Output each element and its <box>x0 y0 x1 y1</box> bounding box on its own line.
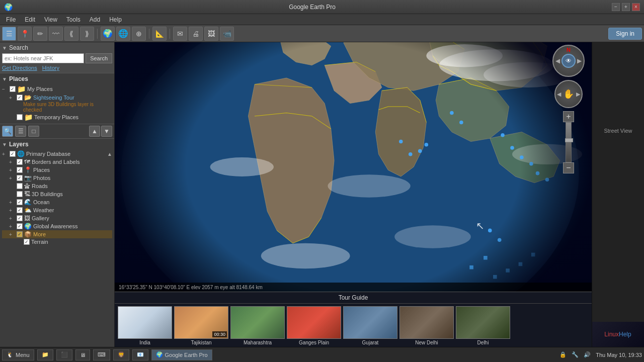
taskbar-browser[interactable]: 🦁 <box>113 349 129 360</box>
map-area[interactable]: ↖ N 👁 ◀ ▶ <box>115 42 592 347</box>
sign-in-button[interactable]: Sign in <box>608 28 642 40</box>
menu-view[interactable]: View <box>40 15 61 24</box>
places-triangle-icon[interactable]: ▼ <box>2 76 7 82</box>
close-button[interactable]: × <box>632 3 640 11</box>
temp-places-checkbox[interactable] <box>17 114 23 120</box>
taskbar-terminal[interactable]: ⬛ <box>56 349 72 360</box>
weather-checkbox[interactable] <box>17 207 23 213</box>
tour-thumb-tajik-img[interactable]: 00:30 <box>174 306 228 339</box>
toolbar-email[interactable]: ✉ <box>173 27 187 41</box>
toolbar-measure[interactable]: 📐 <box>152 27 167 41</box>
my-places-expand[interactable]: − <box>2 86 8 92</box>
layer-blank-btn[interactable]: □ <box>28 126 39 137</box>
toolbar-movie[interactable]: 📹 <box>220 27 234 41</box>
taskbar-filemanager[interactable]: 📁 <box>37 349 53 360</box>
tour-thumb-gujarat[interactable]: Gujarat <box>343 306 397 345</box>
search-input[interactable] <box>2 53 84 63</box>
tour-thumb-gujarat-img[interactable] <box>343 306 397 339</box>
zoom-in-button[interactable]: + <box>563 111 574 122</box>
tour-thumb-india-img[interactable] <box>118 306 172 339</box>
maximize-button[interactable]: + <box>622 3 630 11</box>
zoom-slider[interactable] <box>566 122 572 162</box>
history-link[interactable]: History <box>42 65 59 71</box>
borders-expand[interactable]: + <box>9 159 15 165</box>
terrain-checkbox[interactable] <box>24 239 30 245</box>
layer-list-btn[interactable]: ☰ <box>15 126 26 137</box>
compass-center[interactable]: 👁 <box>561 54 576 68</box>
search-triangle-icon[interactable]: ▼ <box>2 45 7 51</box>
borders-checkbox[interactable] <box>17 159 23 165</box>
photos-expand[interactable]: + <box>9 175 15 181</box>
tour-thumb-maharashtra-img[interactable] <box>230 306 285 339</box>
zoom-thumb[interactable] <box>565 138 573 142</box>
tour-thumb-tajikistan[interactable]: 00:30 Tajikistan <box>174 306 228 345</box>
layers-triangle-icon[interactable]: ▼ <box>2 142 7 147</box>
global-expand[interactable]: + <box>9 224 15 229</box>
taskbar-screen[interactable]: 🖥 <box>75 349 90 360</box>
sightseeing-checkbox[interactable] <box>17 95 23 101</box>
taskbar-email[interactable]: 📧 <box>132 349 148 360</box>
layer-down-btn[interactable]: ▼ <box>101 126 112 137</box>
tilt-right-icon[interactable]: ▶ <box>576 91 580 98</box>
toolbar-record-tour[interactable]: ⟫ <box>80 27 94 41</box>
tour-thumb-delhi[interactable]: Delhi <box>456 306 510 345</box>
sightseeing-expand[interactable]: + <box>9 95 15 101</box>
ocean-expand[interactable]: + <box>9 200 15 205</box>
search-button[interactable]: Search <box>86 53 112 63</box>
toolbar-add-path[interactable]: 〰 <box>49 27 63 41</box>
toolbar-add-overlay[interactable]: ⟪ <box>64 27 78 41</box>
gallery-checkbox[interactable] <box>17 215 23 221</box>
menu-help[interactable]: Help <box>105 15 126 24</box>
toolbar-print[interactable]: 🖨 <box>189 27 203 41</box>
primary-db-checkbox[interactable] <box>10 151 16 157</box>
minimize-button[interactable]: − <box>612 3 620 11</box>
more-checkbox[interactable] <box>17 231 23 237</box>
compass-ring[interactable]: N 👁 ◀ ▶ <box>552 45 585 77</box>
layer-up-btn[interactable]: ▲ <box>89 126 100 137</box>
ocean-checkbox[interactable] <box>17 199 23 205</box>
tour-thumb-india[interactable]: India <box>118 306 172 345</box>
tour-thumb-delhi-img[interactable] <box>456 306 510 339</box>
get-directions-link[interactable]: Get Directions <box>2 65 37 71</box>
layer-search-btn[interactable]: 🔍 <box>2 126 13 137</box>
tour-thumb-newdelhi-img[interactable] <box>399 306 454 339</box>
zoom-out-button[interactable]: − <box>563 162 574 173</box>
menu-add[interactable]: Add <box>86 15 104 24</box>
tilt-left-icon[interactable]: ◀ <box>557 91 561 98</box>
toolbar-mars[interactable]: ⊕ <box>132 27 146 41</box>
layers-scrollbar[interactable]: ▲ <box>107 151 112 157</box>
tour-thumb-newdelhi[interactable]: New Delhi <box>399 306 454 345</box>
sightseeing-label[interactable]: Sightseeing Tour <box>33 95 74 101</box>
toolbar-add-placemark[interactable]: 📍 <box>18 27 32 41</box>
menu-tools[interactable]: Tools <box>62 15 85 24</box>
primary-db-expand[interactable]: + <box>2 151 8 157</box>
toolbar-add-polygon[interactable]: ✏ <box>33 27 47 41</box>
menu-edit[interactable]: Edit <box>21 15 39 24</box>
menu-file[interactable]: File <box>2 15 20 24</box>
toolbar-sky[interactable]: 🌐 <box>116 27 130 41</box>
start-button[interactable]: 🐧 Menu <box>2 349 34 360</box>
places-layer-checkbox[interactable] <box>17 167 23 173</box>
tour-thumb-maharashtra[interactable]: Maharashtra <box>230 306 285 345</box>
roads-checkbox[interactable] <box>17 183 23 189</box>
toolbar-earth[interactable]: 🌍 <box>101 27 115 41</box>
gallery-expand[interactable]: + <box>9 216 15 221</box>
tilt-control[interactable]: ✋ ◀ ▶ <box>554 80 583 108</box>
photos-checkbox[interactable] <box>17 175 23 181</box>
more-expand[interactable]: + <box>9 232 15 237</box>
toolbar-save-image[interactable]: 🖼 <box>204 27 218 41</box>
my-places-checkbox[interactable] <box>10 86 16 92</box>
tour-thumb-ganges-img[interactable] <box>287 306 341 339</box>
taskbar-cmd[interactable]: ⌨ <box>93 349 110 360</box>
weather-expand[interactable]: + <box>9 208 15 213</box>
3d-checkbox[interactable] <box>17 191 23 197</box>
earth-globe[interactable]: ↖ <box>115 42 592 292</box>
toolbar-show-sidebar[interactable]: ☰ <box>2 27 16 41</box>
google-earth-taskbar[interactable]: 🌍 Google Earth Pro <box>151 349 212 360</box>
compass-right-icon[interactable]: ▶ <box>577 57 582 64</box>
global-checkbox[interactable] <box>17 223 23 229</box>
terrain-expand: + <box>16 239 22 245</box>
compass-left-icon[interactable]: ◀ <box>555 57 560 64</box>
tour-thumb-ganges[interactable]: Ganges Plain <box>287 306 341 345</box>
places-layer-expand[interactable]: + <box>9 167 15 173</box>
